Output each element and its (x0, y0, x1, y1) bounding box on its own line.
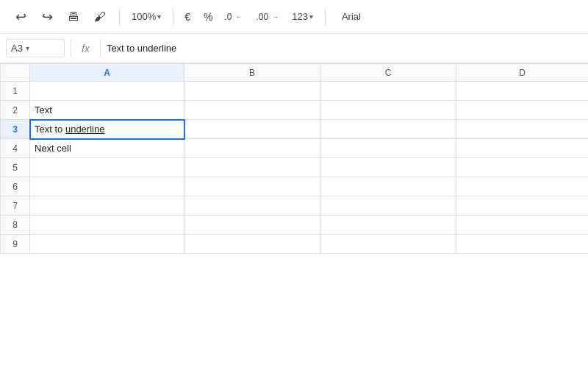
col-header-d[interactable]: D (456, 64, 589, 82)
formula-bar: A3 ▾ fx (0, 34, 588, 63)
table-row: 5 (1, 158, 589, 177)
table-row: 4Next cell (1, 139, 589, 158)
cell-D4[interactable] (456, 139, 589, 158)
cell-D8[interactable] (456, 216, 589, 235)
cell-B4[interactable] (184, 139, 320, 158)
cell-C7[interactable] (320, 196, 456, 216)
cell-D3[interactable] (456, 120, 589, 139)
cell-B1[interactable] (184, 82, 320, 101)
cell-D6[interactable] (456, 177, 589, 196)
cell-A4[interactable]: Next cell (30, 139, 184, 158)
cell-ref-value: A3 (11, 43, 23, 54)
cell-C3[interactable] (320, 120, 456, 139)
fx-label: fx (77, 43, 94, 54)
underlined-text: underline (65, 124, 105, 135)
cell-B2[interactable] (184, 101, 320, 120)
table-row: 1 (1, 82, 589, 101)
cell-D7[interactable] (456, 196, 589, 216)
row-header-4[interactable]: 4 (1, 139, 30, 158)
format-number-control[interactable]: 123 ▾ (287, 8, 318, 25)
undo-button[interactable]: ↩ (9, 5, 32, 29)
table-row: 7 (1, 196, 589, 216)
cell-C8[interactable] (320, 216, 456, 235)
cell-C1[interactable] (320, 82, 456, 101)
row-header-7[interactable]: 7 (1, 196, 30, 216)
toolbar-divider-1 (119, 8, 120, 26)
cell-A9[interactable] (30, 235, 184, 254)
row-header-8[interactable]: 8 (1, 216, 30, 235)
cell-D1[interactable] (456, 82, 589, 101)
cell-B5[interactable] (184, 158, 320, 177)
row-header-6[interactable]: 6 (1, 177, 30, 196)
cell-reference-box[interactable]: A3 ▾ (6, 39, 65, 57)
currency-button[interactable]: € (181, 8, 194, 26)
redo-button[interactable]: ↪ (35, 5, 59, 29)
col-header-a[interactable]: A (30, 64, 184, 82)
cell-B8[interactable] (184, 216, 320, 235)
font-selector[interactable]: Arial (337, 8, 365, 25)
zoom-chevron-icon: ▾ (157, 13, 161, 21)
row-header-1[interactable]: 1 (1, 82, 30, 101)
table-row: 8 (1, 216, 589, 235)
cell-B3[interactable] (184, 120, 320, 139)
formula-bar-divider-2 (100, 40, 101, 57)
print-button[interactable]: 🖶 (62, 5, 85, 29)
cell-B9[interactable] (184, 235, 320, 254)
cell-C9[interactable] (320, 235, 456, 254)
decimal-increase-button[interactable]: .00→ (254, 7, 285, 26)
cell-D2[interactable] (456, 101, 589, 120)
col-header-c[interactable]: C (320, 64, 456, 82)
spreadsheet-grid: A B C D 12Text3Text to underline4Next ce… (0, 63, 588, 254)
formula-input[interactable] (107, 43, 582, 54)
format-number-label: 123 (292, 11, 308, 22)
cell-D5[interactable] (456, 158, 589, 177)
table-row: 9 (1, 235, 589, 254)
cell-D9[interactable] (456, 235, 589, 254)
cell-ref-chevron-icon: ▾ (26, 44, 29, 52)
cell-A5[interactable] (30, 158, 184, 177)
table-row: 6 (1, 177, 589, 196)
zoom-value: 100% (132, 11, 156, 22)
currency-group: € % .0← .00→ (181, 7, 284, 26)
cell-A6[interactable] (30, 177, 184, 196)
toolbar-divider-3 (325, 8, 326, 26)
format-paint-button[interactable]: 🖌 (88, 5, 112, 29)
row-header-9[interactable]: 9 (1, 235, 30, 254)
cell-B6[interactable] (184, 177, 320, 196)
row-header-2[interactable]: 2 (1, 101, 30, 120)
cell-A8[interactable] (30, 216, 184, 235)
toolbar: ↩ ↪ 🖶 🖌 100% ▾ € % .0← .00→ 123 ▾ Arial (0, 0, 588, 34)
table-row: 3Text to underline (1, 120, 589, 139)
cell-A1[interactable] (30, 82, 184, 101)
percent-button[interactable]: % (200, 8, 216, 26)
toolbar-divider-2 (173, 8, 173, 26)
table-row: 2Text (1, 101, 589, 120)
row-header-3[interactable]: 3 (1, 120, 30, 139)
corner-header (1, 64, 30, 82)
zoom-control[interactable]: 100% ▾ (127, 8, 165, 25)
cell-C6[interactable] (320, 177, 456, 196)
format-number-chevron: ▾ (309, 13, 313, 21)
cell-C2[interactable] (320, 101, 456, 120)
cell-A7[interactable] (30, 196, 184, 216)
cell-C4[interactable] (320, 139, 456, 158)
cell-B7[interactable] (184, 196, 320, 216)
font-name-label: Arial (342, 11, 361, 22)
decimal-decrease-button[interactable]: .0← (223, 7, 248, 26)
row-header-5[interactable]: 5 (1, 158, 30, 177)
cell-A3[interactable]: Text to underline (30, 120, 184, 139)
cell-A2[interactable]: Text (30, 101, 184, 120)
grid-body: 12Text3Text to underline4Next cell56789 (1, 82, 589, 254)
grid-container: A B C D 12Text3Text to underline4Next ce… (0, 63, 588, 254)
cell-C5[interactable] (320, 158, 456, 177)
col-header-b[interactable]: B (184, 64, 320, 82)
formula-bar-divider (71, 40, 71, 57)
column-header-row: A B C D (1, 64, 589, 82)
